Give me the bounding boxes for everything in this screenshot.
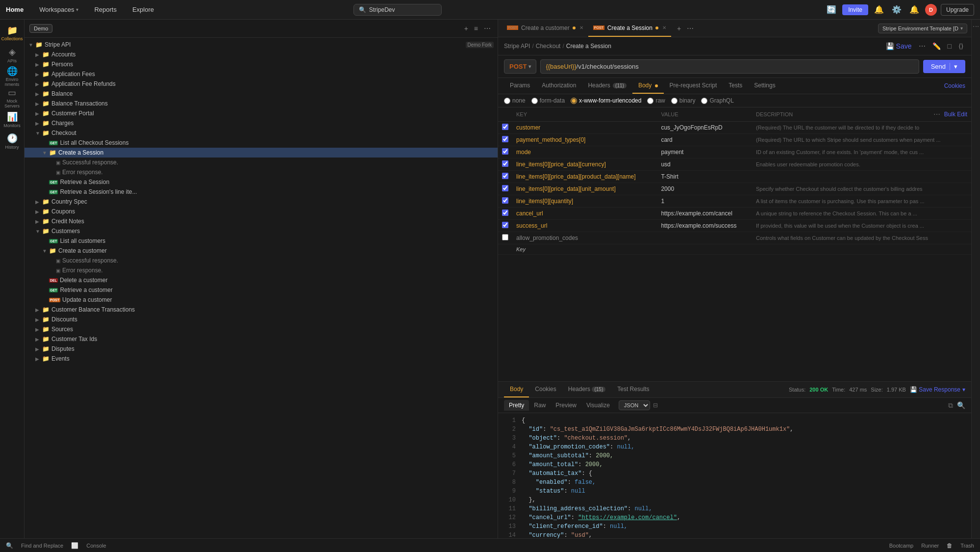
row-checkbox[interactable] — [502, 124, 508, 130]
tree-item[interactable]: ▼📁Customers — [25, 226, 498, 236]
settings-icon[interactable]: ⚙️ — [890, 3, 904, 16]
tab-close-2[interactable]: ✕ — [662, 25, 666, 30]
tree-item[interactable]: ▶📁Country Spec — [25, 197, 498, 207]
tab-create-session[interactable]: POST Create a Session ✕ — [588, 20, 671, 37]
sidebar-item-history[interactable]: 🕐 History — [2, 131, 22, 151]
row-checkbox[interactable] — [502, 160, 508, 167]
tree-item[interactable]: GETRetrieve a Session — [25, 177, 498, 187]
row-key[interactable]: success_url — [512, 220, 657, 232]
tree-item[interactable]: POSTUpdate a customer — [25, 295, 498, 305]
tree-item[interactable]: ▶📁Events — [25, 354, 498, 364]
bell-icon[interactable]: 🔔 — [907, 3, 921, 16]
row-checkbox[interactable] — [502, 234, 508, 240]
fullscreen-button[interactable]: ⟨⟩ — [956, 41, 965, 51]
row-key[interactable]: cancel_url — [512, 208, 657, 220]
row-value[interactable]: cus_JyOgoFopnEsRpD — [657, 122, 752, 134]
tree-item[interactable]: GETList all customers — [25, 236, 498, 246]
row-key[interactable]: payment_method_types[0] — [512, 134, 657, 146]
more-icon[interactable]: ⋯ — [933, 110, 940, 118]
find-replace-button[interactable]: Find and Replace — [21, 543, 63, 549]
row-checkbox[interactable] — [502, 185, 508, 191]
search-resp-icon[interactable]: 🔍 — [957, 401, 965, 410]
row-checkbox[interactable] — [502, 148, 508, 155]
req-tab-headers[interactable]: Headers (11) — [582, 78, 632, 94]
row-checkbox[interactable] — [502, 197, 508, 204]
tab-create-customer[interactable]: POST Create a customer ✕ — [502, 20, 588, 37]
save-response-button[interactable]: 💾 Save Response ▾ — [910, 386, 965, 393]
tree-item[interactable]: ▼📁Stripe APIDemo Fork — [25, 40, 498, 50]
fmt-tab-preview[interactable]: Preview — [551, 400, 581, 411]
sidebar-item-environments[interactable]: 🌐 Environments — [2, 67, 22, 86]
req-tab-pre-request[interactable]: Pre-request Script — [664, 78, 723, 94]
more-tabs-button[interactable]: ⋯ — [685, 24, 696, 33]
share-button[interactable]: □ — [946, 41, 954, 51]
tree-item[interactable]: ▶📁Persons — [25, 59, 498, 69]
tree-item[interactable]: ▶📁Sources — [25, 324, 498, 334]
notification-icon[interactable]: 🔔 — [872, 3, 886, 16]
send-arrow[interactable]: ▾ — [950, 63, 957, 70]
copy-icon[interactable]: ⧉ — [948, 401, 953, 410]
resp-tab-body[interactable]: Body — [504, 382, 529, 397]
method-select[interactable]: POST ▾ — [504, 59, 536, 74]
bootcamp-button[interactable]: Bootcamp — [889, 542, 914, 549]
tree-item[interactable]: ▣Successful response. — [25, 256, 498, 265]
tree-item[interactable]: ▶📁Customer Portal — [25, 108, 498, 118]
tree-item[interactable]: ▶📁Application Fees — [25, 69, 498, 79]
collection-options-button[interactable]: ≡ — [472, 24, 480, 33]
row-key[interactable]: line_items[0][price_data][currency] — [512, 158, 657, 171]
breadcrumb-more[interactable]: ⋯ — [917, 41, 928, 51]
tree-item[interactable]: ▶📁Disputes — [25, 344, 498, 354]
tree-item[interactable]: ▶📁Discounts — [25, 315, 498, 324]
new-collection-button[interactable]: + — [462, 24, 470, 33]
trash-button[interactable]: Trash — [960, 542, 974, 549]
radio-raw[interactable]: raw — [647, 97, 665, 104]
tree-item[interactable]: ▶📁Balance Transactions — [25, 99, 498, 108]
breadcrumb-stripe-api[interactable]: Stripe API — [504, 43, 530, 50]
demo-badge[interactable]: Demo — [29, 24, 52, 33]
row-key[interactable]: line_items[0][price_data][product_data][… — [512, 171, 657, 183]
req-tab-tests[interactable]: Tests — [723, 78, 748, 94]
row-value[interactable]: 2000 — [657, 183, 752, 195]
radio-binary[interactable]: binary — [671, 97, 696, 104]
sidebar-item-collections[interactable]: 📁 Collections — [2, 24, 22, 43]
row-key[interactable]: line_items[0][price_data][unit_amount] — [512, 183, 657, 195]
reports-nav[interactable]: Reports — [90, 4, 121, 15]
tree-item[interactable]: GETRetrieve a Session's line ite... — [25, 187, 498, 197]
tree-item[interactable]: ▼📁Create a customer — [25, 246, 498, 256]
radio-form-data[interactable]: form-data — [531, 97, 565, 104]
add-row-hint[interactable]: Key — [512, 244, 971, 255]
row-key[interactable]: mode — [512, 146, 657, 158]
collection-more-button[interactable]: ⋯ — [482, 24, 493, 33]
edit-button[interactable]: ✏️ — [930, 41, 943, 51]
fmt-tab-visualize[interactable]: Visualize — [581, 400, 615, 411]
row-value[interactable]: https://example.com/success — [657, 220, 752, 232]
save-button[interactable]: 💾 Save — [884, 41, 914, 51]
tree-item[interactable]: ▼📁Create a Session — [25, 148, 498, 158]
row-value[interactable] — [657, 232, 752, 244]
sidebar-item-monitors[interactable]: 📊 Monitors — [2, 110, 22, 130]
bulk-edit-button[interactable]: Bulk Edit — [944, 111, 967, 118]
json-format-select[interactable]: JSON — [619, 400, 650, 410]
tree-item[interactable]: ▶📁Customer Tax Ids — [25, 334, 498, 344]
avatar[interactable]: D — [925, 4, 937, 16]
tree-item[interactable]: GETRetrieve a customer — [25, 285, 498, 295]
radio-none[interactable]: none — [504, 97, 526, 104]
send-button[interactable]: Send ▾ — [923, 60, 965, 73]
tree-item[interactable]: ▣Successful response. — [25, 158, 498, 167]
search-bar[interactable]: 🔍 StripeDev — [353, 4, 442, 16]
tree-item[interactable]: GETList all Checkout Sessions — [25, 138, 498, 148]
explore-nav[interactable]: Explore — [128, 4, 158, 15]
sync-icon[interactable]: 🔄 — [825, 3, 838, 16]
sidebar-item-mock-servers[interactable]: ▭ MockServers — [2, 88, 22, 108]
tree-item[interactable]: ▶📁Accounts — [25, 50, 498, 59]
row-value[interactable]: usd — [657, 158, 752, 171]
tree-item[interactable]: ▶📁Charges — [25, 118, 498, 128]
tree-item[interactable]: ▼📁Checkout — [25, 128, 498, 138]
row-key[interactable]: customer — [512, 122, 657, 134]
sidebar-item-apis[interactable]: ◈ APIs — [2, 45, 22, 65]
row-value[interactable]: https://example.com/cancel — [657, 208, 752, 220]
new-tab-button[interactable]: + — [675, 24, 683, 33]
req-tab-authorization[interactable]: Authorization — [536, 78, 582, 94]
row-value[interactable]: card — [657, 134, 752, 146]
row-value[interactable]: T-Shirt — [657, 171, 752, 183]
